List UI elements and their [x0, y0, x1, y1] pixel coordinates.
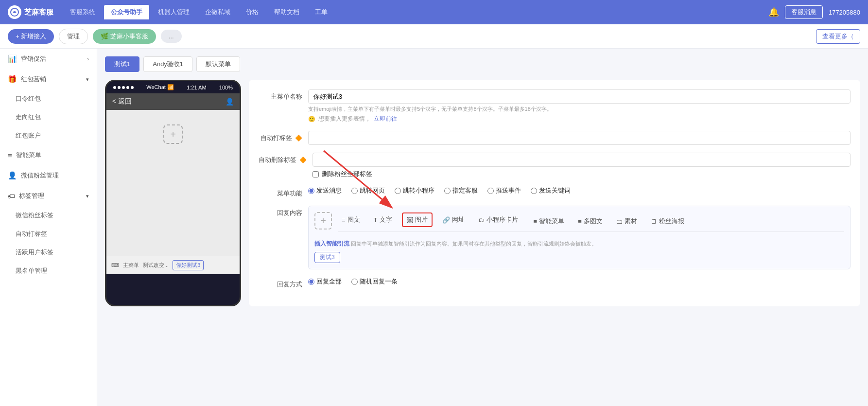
phone-back-button[interactable]: < 返回 [112, 97, 132, 106]
auto-delete-tag-label: 自动删除标签 🔶 [259, 153, 307, 164]
radio-reply-random[interactable]: 随机回复一条 [351, 277, 398, 286]
radio-jump-miniprogram[interactable]: 跳转小程序 [395, 186, 434, 195]
delete-all-fans-checkbox-row[interactable]: 删除粉丝全部标签 [312, 170, 851, 178]
radio-send-message[interactable]: 发送消息 [308, 186, 342, 195]
material-icon: 🗃 [616, 218, 623, 225]
tab-test1[interactable]: 测试1 [105, 56, 139, 72]
nav-right: 🔔 客服消息 177205880 [768, 5, 860, 19]
nav-item-public-assistant[interactable]: 公众号助手 [104, 5, 149, 19]
auto-delete-diamond-icon: 🔶 [299, 157, 307, 163]
tool-url[interactable]: 🔗 网址 [438, 212, 469, 227]
tool-material[interactable]: 🗃 素材 [612, 215, 641, 228]
chevron-right-icon: › [87, 56, 89, 62]
radio-push-event[interactable]: 推送事件 [487, 186, 521, 195]
form-row-reply-content: 回复内容 + ≡ [259, 206, 851, 269]
tool-miniprogram-card[interactable]: 🗂 小程序卡片 [474, 212, 522, 227]
tab-default-menu[interactable]: 默认菜单 [196, 56, 240, 72]
sidebar-item-active-user-tag[interactable]: 活跃用户标签 [0, 243, 97, 262]
sub-right: 查看更多（ [816, 29, 860, 44]
logo-icon [8, 5, 21, 19]
reply-toolbar-row2: ≡ 智能菜单 ≡ 多图文 [530, 215, 688, 228]
tool-smart-menu[interactable]: ≡ 智能菜单 [530, 215, 569, 228]
sidebar-item-auto-tag[interactable]: 自动打标签 [0, 225, 97, 243]
nav-item-help[interactable]: 帮助文档 [267, 5, 306, 19]
sidebar-item-smart-menu[interactable]: ≡ 智能菜单 [0, 145, 97, 165]
bell-icon[interactable]: 🔔 [768, 7, 779, 18]
marketing-icon: 📊 [8, 54, 17, 63]
content-area: 测试1 Andy验收1 默认菜单 WeChat 📶 1:21 AM [97, 49, 868, 406]
nav-item-customer-service[interactable]: 客服系统 [63, 5, 102, 19]
tool-multi-image-text[interactable]: ≡ 多图文 [574, 215, 607, 228]
tool-image[interactable]: 🖼 图片 [402, 212, 433, 227]
phone-avatar-icon: 👤 [226, 98, 234, 106]
radio-send-keyword[interactable]: 发送关键词 [531, 186, 571, 195]
tool-image-text[interactable]: ≡ 图文 [338, 212, 364, 227]
emoji-link[interactable]: 立即前往 [374, 115, 397, 123]
form-row-menu-name: 主菜单名称 支持emoji表情，主菜单下有子菜单时最多支持5个汉字，无子菜单支持… [259, 89, 851, 123]
dot-4 [126, 86, 129, 89]
breadcrumb-test-change[interactable]: 测试改变... [143, 262, 169, 269]
customer-message-button[interactable]: 客服消息 [785, 5, 823, 19]
auto-delete-tag-control: 删除粉丝全部标签 [312, 153, 851, 178]
breadcrumb-current-item[interactable]: 你好测试3 [173, 260, 204, 270]
phone-time: 1:21 AM [187, 85, 206, 90]
app-logo: 芝麻客服 [8, 5, 53, 19]
emoji-hint: 想要插入更多表情， [318, 115, 371, 123]
delete-all-fans-checkbox[interactable] [312, 171, 319, 177]
tool-fans-poster[interactable]: 🗒 粉丝海报 [647, 215, 688, 228]
sidebar-item-directional-redpacket[interactable]: 走向红包 [0, 108, 97, 126]
reply-mode-control: 回复全部 随机回复一条 [308, 277, 851, 286]
add-access-button[interactable]: + 新增接入 [8, 29, 54, 44]
sidebar-item-fans-management[interactable]: 👤 微信粉丝管理 [0, 165, 97, 186]
sidebar-item-redpacket-marketing[interactable]: 🎁 红包营销 ▾ [0, 69, 97, 89]
manage-button[interactable]: 管理 [59, 29, 88, 44]
dot-3 [122, 86, 125, 89]
sidebar-item-blacklist[interactable]: 黑名单管理 [0, 262, 97, 280]
reply-toolbar: ≡ 图文 T 文字 🖼 [338, 212, 844, 232]
phone-add-content-button[interactable]: + [163, 124, 183, 144]
menu-name-input[interactable] [308, 89, 851, 104]
reply-content-inner: + ≡ 图文 [314, 212, 844, 236]
smart-menu-icon-2: ≡ [534, 218, 538, 225]
auto-tag-label: 自动打标签 🔶 [259, 131, 302, 142]
auto-delete-tag-input[interactable] [312, 153, 851, 167]
dot-1 [113, 86, 116, 89]
radio-assign-agent[interactable]: 指定客服 [444, 186, 478, 195]
auto-tag-input[interactable] [308, 131, 851, 145]
sub-header: + 新增接入 管理 🌿 芝麻小事客服 ... 查看更多（ [0, 24, 868, 49]
reply-smart-flow: 插入智能引流 回复中可单独添加智能引流作为回复内容。如果同时存在其他类型的回复，… [314, 240, 844, 248]
form-row-menu-func: 菜单功能 发送消息 跳转网页 [259, 186, 851, 198]
smart-flow-link[interactable]: 插入智能引流 [314, 240, 349, 247]
tab-andy[interactable]: Andy验收1 [143, 56, 192, 72]
sidebar-item-wechat-fans-tag[interactable]: 微信粉丝标签 [0, 206, 97, 225]
radio-reply-all[interactable]: 回复全部 [308, 277, 342, 286]
sidebar-item-password-redpacket[interactable]: 口令红包 [0, 89, 97, 108]
reply-content-control: + ≡ 图文 [308, 206, 851, 269]
breadcrumb-main-menu[interactable]: 主菜单 [123, 262, 139, 269]
main-layout: 📊 营销促活 › 🎁 红包营销 ▾ 口令红包 走向红包 红包账户 ≡ 智能菜单 … [0, 49, 868, 406]
fans-poster-icon: 🗒 [651, 218, 657, 225]
fans-icon: 👤 [8, 171, 17, 180]
nav-item-enterprise[interactable]: 企微私域 [198, 5, 237, 19]
reply-add-button[interactable]: + [314, 212, 332, 229]
dot-5 [131, 86, 134, 89]
reply-tag-row: 测试3 [314, 252, 844, 263]
nav-item-workorder[interactable]: 工单 [308, 5, 334, 19]
radio-jump-webpage[interactable]: 跳转网页 [351, 186, 385, 195]
multi-image-icon: ≡ [578, 218, 582, 225]
user-id: 177205880 [829, 9, 860, 16]
nav-item-price[interactable]: 价格 [239, 5, 265, 19]
nav-item-robot[interactable]: 机器人管理 [151, 5, 196, 19]
reply-tag-item[interactable]: 测试3 [314, 252, 340, 263]
auto-tag-diamond-icon: 🔶 [295, 135, 302, 141]
delete-all-fans-label: 删除粉丝全部标签 [322, 170, 372, 178]
tool-text[interactable]: T 文字 [370, 212, 396, 227]
sidebar-item-marketing[interactable]: 📊 营销促活 › [0, 49, 97, 69]
channel-2-button[interactable]: ... [161, 30, 182, 43]
sidebar-item-tag-management[interactable]: 🏷 标签管理 ▾ [0, 186, 97, 206]
menu-name-control: 支持emoji表情，主菜单下有子菜单时最多支持5个汉字，无子菜单支持8个汉字。子… [308, 89, 851, 123]
view-more-button[interactable]: 查看更多（ [816, 29, 860, 44]
channel-1-button[interactable]: 🌿 芝麻小事客服 [93, 29, 156, 44]
keyboard-icon: ⌨ [111, 262, 119, 268]
sidebar-item-redpacket-account[interactable]: 红包账户 [0, 126, 97, 145]
